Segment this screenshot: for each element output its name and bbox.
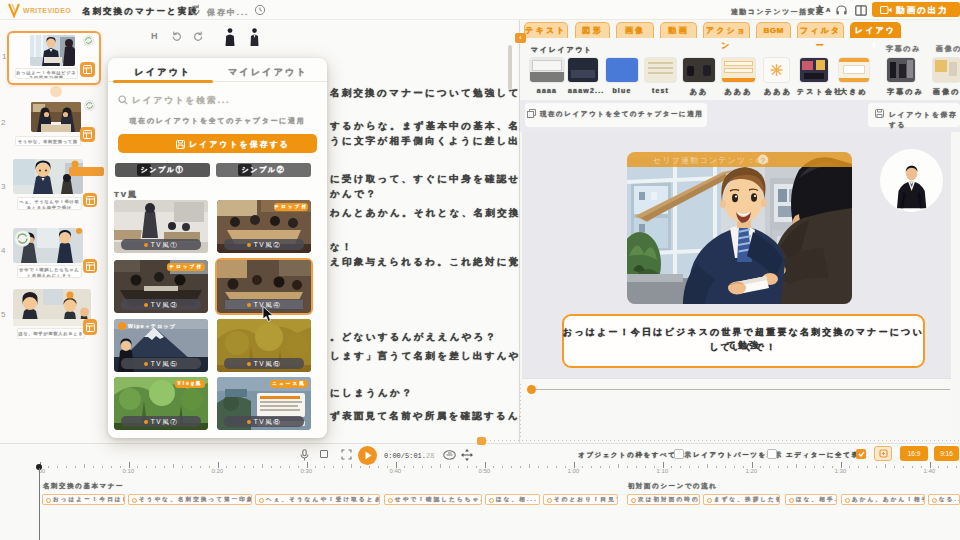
svg-text:?: ? [761, 156, 766, 165]
svg-text:セリフ連動コンテンツ：ON: セリフ連動コンテンツ：ON [653, 156, 770, 165]
